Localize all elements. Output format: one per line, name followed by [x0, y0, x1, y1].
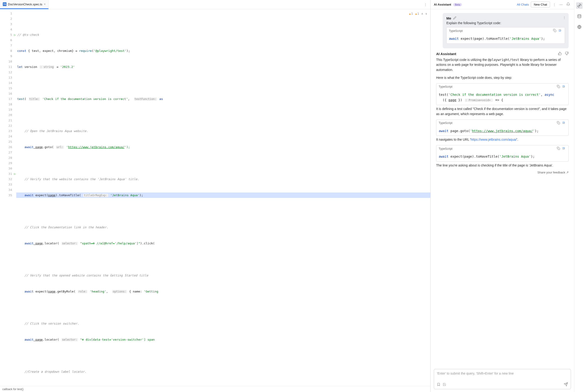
code-lang-label: TypeScript — [439, 121, 452, 124]
status-text: callback for test() — [2, 388, 24, 391]
bookmark-icon[interactable] — [437, 383, 440, 387]
warning-icon: ▲ — [409, 11, 411, 16]
editor-pane: TS DocVersionCheck.spec.ts × ⋮ 1 2 3 4 5… — [0, 0, 430, 392]
svg-rect-0 — [554, 30, 556, 32]
right-tool-rail — [574, 0, 584, 392]
ai-code-card: TypeScript test('Check if the documentat… — [436, 83, 569, 105]
warning-icon: ▲ — [415, 11, 417, 16]
beta-badge: Beta — [453, 3, 462, 6]
run-test-icon[interactable]: ▷ — [14, 172, 16, 176]
editor-body: 1 2 3 4 5▷ 6 7 8 9 10 11 12 13 14 15 16 … — [0, 9, 430, 386]
ai-code-card: TypeScript await expect(page).toHaveTitl… — [436, 145, 569, 162]
code-lang-label: TypeScript — [439, 147, 452, 150]
save-icon[interactable] — [443, 383, 446, 387]
tab-overflow-button[interactable]: ⋮ — [421, 3, 430, 6]
ai-paragraph: The line you're asking about is checking… — [436, 163, 569, 168]
url-link[interactable]: https://www.jetbrains.com/aqua/ — [470, 138, 516, 141]
all-chats-link[interactable]: All Chats — [517, 3, 529, 6]
web-tool-icon[interactable] — [576, 24, 582, 30]
chat-input-placeholder: 'Enter' to submit the query, 'Shift+Ente… — [437, 372, 568, 381]
thumbs-down-icon[interactable] — [565, 52, 569, 56]
user-code-card: TypeScript await expect(page).toHaveTitl… — [446, 27, 565, 44]
svg-point-19 — [578, 15, 581, 16]
copy-code-icon[interactable] — [556, 85, 561, 89]
thumbs-up-icon[interactable] — [558, 52, 562, 56]
copy-code-icon[interactable] — [552, 29, 557, 33]
ai-assistant-tool-icon[interactable] — [576, 2, 582, 9]
inspection-indicators[interactable]: ▲1 ▲1 ∧ ∨ — [408, 11, 428, 16]
svg-rect-4 — [558, 86, 560, 88]
copy-code-icon[interactable] — [556, 147, 561, 151]
insert-code-icon[interactable] — [561, 121, 566, 125]
database-tool-icon[interactable] — [576, 13, 582, 20]
code-editor[interactable]: ▲1 ▲1 ∧ ∨ // @ts-check const { test, exp… — [16, 9, 430, 386]
assistant-header: AI Assistant Beta All Chats New Chat ⋮ — — [430, 0, 574, 9]
chat-input-area: 'Enter' to submit the query, 'Shift+Ente… — [430, 367, 574, 392]
notifications-icon[interactable] — [566, 2, 571, 7]
close-tab-button[interactable]: × — [44, 2, 46, 6]
typescript-file-icon: TS — [3, 2, 6, 6]
insert-code-icon[interactable] — [561, 147, 566, 151]
assistant-title: AI Assistant — [434, 3, 451, 6]
new-chat-button[interactable]: New Chat — [531, 2, 550, 8]
svg-rect-12 — [558, 148, 560, 150]
edit-icon[interactable] — [453, 16, 456, 20]
ai-paragraph: It is defining a test called "Check if t… — [436, 106, 569, 116]
status-bar: callback for test() — [0, 386, 430, 392]
minimize-icon[interactable]: — — [559, 3, 564, 6]
conversation-scroll[interactable]: ⋮ Me Explain the following TypeScript co… — [430, 9, 574, 367]
prev-highlight-icon[interactable]: ∧ — [422, 11, 423, 16]
message-more-icon[interactable]: ⋮ — [563, 16, 566, 19]
code-lang-label: TypeScript — [439, 85, 452, 88]
copy-code-icon[interactable] — [556, 121, 561, 125]
svg-rect-8 — [558, 122, 560, 124]
insert-code-icon[interactable] — [557, 29, 562, 33]
user-prompt-text: Explain the following TypeScript code: — [446, 21, 565, 25]
ai-paragraph: It navigates to the URL 'https://www.jet… — [436, 137, 569, 142]
send-icon[interactable] — [564, 382, 568, 387]
ai-paragraph: This TypeScript code is utilizing the @p… — [436, 58, 569, 72]
ai-paragraph: Here is what the TypeScript code does, s… — [436, 75, 569, 80]
share-feedback-link[interactable]: Share your feedback ↗ — [436, 171, 569, 174]
user-label: Me — [446, 16, 451, 20]
insert-code-icon[interactable] — [561, 85, 566, 89]
user-message: ⋮ Me Explain the following TypeScript co… — [443, 13, 569, 48]
line-gutter: 1 2 3 4 5▷ 6 7 8 9 10 11 12 13 14 15 16 … — [0, 9, 16, 386]
file-tab[interactable]: TS DocVersionCheck.spec.ts × — [0, 0, 48, 9]
ai-code-card: TypeScript await page.goto('https://www.… — [436, 120, 569, 136]
ai-response: AI Assistant This TypeScript code is uti… — [436, 52, 569, 174]
chat-input[interactable]: 'Enter' to submit the query, 'Shift+Ente… — [434, 369, 571, 389]
run-test-icon[interactable]: ▷ — [14, 33, 16, 36]
ai-name-label: AI Assistant — [436, 52, 456, 56]
ai-assistant-pane: AI Assistant Beta All Chats New Chat ⋮ —… — [430, 0, 574, 392]
code-lang-label: TypeScript — [449, 29, 463, 32]
next-highlight-icon[interactable]: ∨ — [426, 11, 427, 16]
file-tab-name: DocVersionCheck.spec.ts — [8, 2, 42, 6]
more-options-icon[interactable]: ⋮ — [552, 3, 557, 6]
tab-bar: TS DocVersionCheck.spec.ts × ⋮ — [0, 0, 430, 9]
svg-point-18 — [579, 5, 580, 6]
